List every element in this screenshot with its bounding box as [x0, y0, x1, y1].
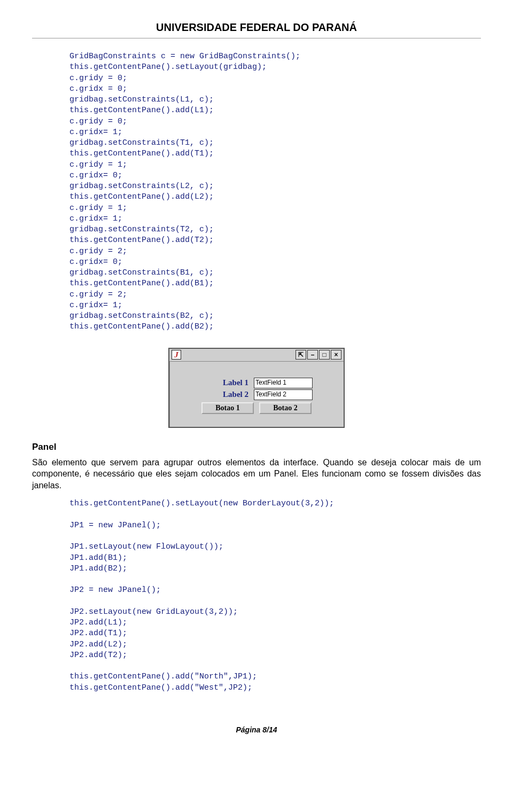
- java-window-figure: J ⇱ – □ × Label 1 TextField 1 Label 2 Te…: [32, 348, 481, 428]
- botao-2-button[interactable]: Botao 2: [259, 402, 312, 414]
- code-block-1: GridBagConstraints c = new GridBagConstr…: [69, 51, 481, 333]
- label-1: Label 1: [200, 378, 248, 387]
- code-block-2: this.getContentPane().setLayout(new Bord…: [69, 498, 481, 693]
- label-2: Label 2: [200, 390, 248, 399]
- window-titlebar: J ⇱ – □ ×: [169, 349, 344, 362]
- java-window: J ⇱ – □ × Label 1 TextField 1 Label 2 Te…: [168, 348, 345, 428]
- header-rule: [32, 38, 481, 38]
- textfield-2[interactable]: TextField 2: [254, 389, 313, 400]
- java-icon: J: [172, 350, 181, 360]
- close-icon[interactable]: ×: [331, 350, 341, 360]
- textfield-1[interactable]: TextField 1: [254, 378, 313, 388]
- panel-heading: Panel: [32, 442, 481, 452]
- page-header: UNIVERSIDADE FEDERAL DO PARANÁ: [32, 21, 481, 37]
- botao-1-button[interactable]: Botao 1: [201, 402, 254, 414]
- maximize-icon[interactable]: □: [319, 350, 330, 360]
- window-body: Label 1 TextField 1 Label 2 TextField 2 …: [169, 362, 344, 427]
- pin-icon[interactable]: ⇱: [296, 350, 306, 360]
- minimize-icon[interactable]: –: [307, 350, 318, 360]
- panel-paragraph: São elemento que servem para agrupar out…: [32, 457, 481, 491]
- page-footer: Página 8/14: [32, 725, 481, 734]
